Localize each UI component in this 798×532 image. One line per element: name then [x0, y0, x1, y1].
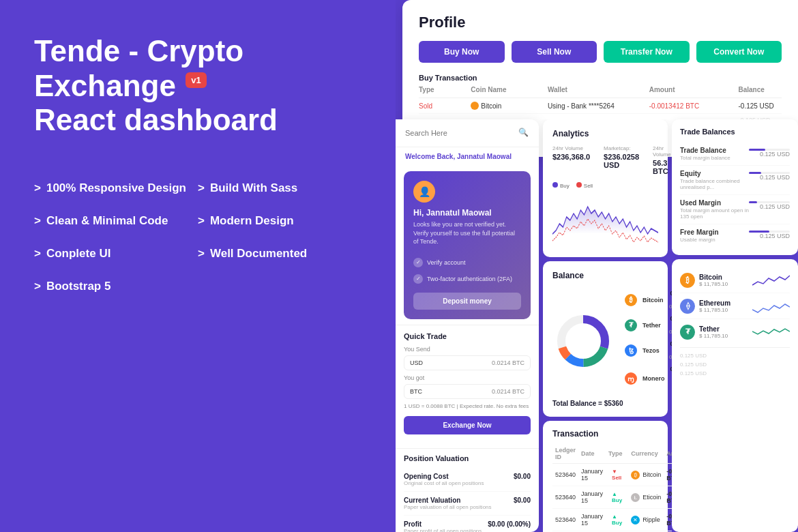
you-get-label: You got	[404, 374, 531, 381]
search-bar: 🔍	[396, 119, 539, 147]
tether-trade-icon: ₮	[680, 325, 695, 340]
transaction-title: Transaction	[552, 429, 658, 439]
tether-coin-icon: ₮	[625, 319, 637, 331]
profit-sublabel: Paper profit of all open positions	[404, 528, 482, 532]
avatar: 👤	[413, 181, 435, 203]
coin-name-xmr: Monero	[642, 375, 665, 382]
middle-content: Analytics 24hr Volume $236,368.0 Marketc…	[539, 119, 672, 532]
current-valuation-row: Current Valuation Paper valuation of all…	[404, 492, 531, 516]
td-currency: ₿Bitcoin	[628, 464, 664, 486]
th-ledger-id: Ledger ID	[552, 444, 578, 464]
trade-balances-title: Trade Balances	[680, 128, 790, 136]
tb-label-used-margin: Used Margin	[680, 199, 749, 207]
analytics-header: Analytics	[552, 129, 658, 138]
send-currency: USD	[410, 359, 492, 366]
total-balance: Total Balance = $5360	[552, 400, 658, 407]
feature-responsive: > 100% Responsive Design	[34, 172, 198, 205]
quick-trade-title: Quick Trade	[404, 332, 531, 340]
coin-name-xtz: Tezos	[642, 347, 660, 354]
buy-legend-dot	[552, 182, 558, 188]
profit-label: Profit	[404, 520, 482, 528]
user-name: Hi, Jannatul Maowal	[413, 208, 521, 218]
tb-val-free-margin: 0.125 USD	[749, 228, 790, 243]
stat-label-1: Marketcap:	[604, 145, 639, 151]
current-valuation-label: Current Valuation	[404, 497, 492, 504]
balance-list: ₿ Bitcoin 0.000242 BTC 0.125 USD ₮ Tethe…	[625, 287, 672, 394]
tx-type: Sold	[419, 102, 443, 110]
list-item: ꜩ Tezos 0.000242 XTZ 0.125 USD	[625, 338, 672, 363]
profile-title: Profile	[419, 14, 782, 31]
transaction-table: Ledger ID Date Type Currency Amount Fee …	[552, 444, 672, 532]
arrow-icon-4: >	[198, 214, 205, 228]
opening-cost-label: Opening Cost	[404, 473, 484, 480]
main-title: Tende - Crypto Exchange v1 React dashboa…	[34, 34, 361, 138]
col-wallet: Wallet	[548, 86, 622, 93]
sidebar: 🔍 Welcome Back, Jannatul Maowal 👤 Hi, Ja…	[396, 119, 539, 532]
eth-trade-info: Ethereum $ 11,785.10	[699, 299, 748, 313]
tb-row-free-margin: Free Margin Usable margin 0.125 USD	[680, 224, 790, 247]
you-send-input[interactable]: USD 0.0214 BTC	[404, 355, 531, 370]
balance-content: ₿ Bitcoin 0.000242 BTC 0.125 USD ₮ Tethe…	[552, 287, 658, 394]
welcome-text: Welcome Back, Jannatul Maowal	[396, 147, 539, 166]
eth-trade-price: $ 11,785.10	[699, 307, 748, 313]
check-icon-2: ✓	[413, 274, 423, 284]
extra-balance-rows: 0.125 USD 0.125 USD 0.125 USD	[680, 347, 790, 381]
arrow-icon-6: >	[198, 247, 205, 261]
arrow-icon: >	[34, 181, 41, 195]
xmr-coin-icon: ɱ	[625, 372, 637, 385]
td-type: ▼ Sell	[606, 464, 628, 486]
convert-now-button[interactable]: Convert Now	[696, 41, 782, 63]
tb-val-equity: 0.125 USD	[749, 170, 790, 190]
tx-coin: Bitcoin	[471, 102, 520, 110]
deposit-button[interactable]: Deposit money	[413, 293, 521, 310]
sell-now-button[interactable]: Sell Now	[512, 41, 597, 63]
tether-trade-info: Tether $ 11,785.10	[699, 325, 748, 339]
td-amount: -0.000242 BTC	[664, 486, 672, 509]
col-type: Type	[419, 86, 443, 93]
table-header-row: Ledger ID Date Type Currency Amount Fee …	[552, 444, 672, 464]
arrow-icon-3: >	[34, 214, 41, 228]
stat-marketcap: Marketcap: $236.0258 USD	[604, 145, 639, 175]
analytics-chart	[552, 193, 658, 248]
th-amount: Amount	[664, 444, 672, 464]
analytics-stats: 24hr Volume $236,368.0 Marketcap: $236.0…	[552, 145, 658, 175]
tb-sublabel-used-margin: Total margin amount open in 135 open	[680, 207, 749, 220]
feature-well-documented: > Well Documented	[198, 237, 361, 270]
tx-wallet: Using - Bank ****5264	[548, 102, 622, 110]
dashboard-area: 🔍 Welcome Back, Jannatul Maowal 👤 Hi, Ja…	[396, 119, 798, 532]
exchange-now-button[interactable]: Exchange Now	[404, 416, 531, 434]
tether-trade-price: $ 11,785.10	[699, 333, 748, 339]
tb-val-used-margin: 0.125 USD	[749, 199, 790, 220]
col-coin: Coin Name	[471, 86, 520, 93]
balance-card: Balance ₿	[543, 261, 668, 417]
td-date: January 15	[578, 486, 606, 509]
profit-row: Profit Paper profit of all open position…	[404, 516, 531, 532]
eth-trade-name: Ethereum	[699, 299, 748, 307]
check-icon: ✓	[413, 258, 423, 267]
you-send-label: You Send	[404, 346, 531, 353]
th-type: Type	[606, 444, 628, 464]
eth-trade-icon: ⟠	[680, 299, 695, 314]
tb-row-trade-balance: Trade Balance Total margin balance 0.125…	[680, 143, 790, 166]
line-chart-svg	[552, 193, 658, 248]
btc-trade-name: Bitcoin	[699, 274, 748, 281]
search-input[interactable]	[405, 129, 514, 137]
td-currency: ŁEticoin	[628, 486, 664, 509]
list-item: ɱ Monero 0.000242 XMR 0.125 USD	[625, 363, 672, 394]
buy-now-button[interactable]: Buy Now	[419, 41, 505, 63]
trade-crypto-item-tether: ₮ Tether $ 11,785.10	[680, 319, 790, 344]
transfer-now-button[interactable]: Transfer Now	[604, 41, 690, 63]
td-currency: ✕Ripple	[628, 509, 664, 531]
xtz-coin-icon: ꜩ	[625, 344, 637, 357]
you-get-input[interactable]: BTC 0.0214 BTC	[404, 384, 531, 399]
opening-cost-row: Opening Cost Original cost of all open p…	[404, 468, 531, 492]
features-grid: > 100% Responsive Design > Build With Sa…	[34, 172, 361, 303]
feature-bootstrap: > Bootstrap 5	[34, 270, 198, 303]
profit-value: $0.00 (0.00%)	[488, 520, 531, 528]
table-row: Sold Bitcoin Using - Bank ****5264 -0.00…	[419, 98, 782, 114]
td-date: January 15	[578, 509, 606, 531]
feature-build-sass: > Build With Sass	[198, 172, 361, 205]
tether-sparkline	[752, 323, 790, 340]
td-ledger-id: 523640	[552, 509, 578, 531]
transaction-section: Buy Transaction Type Coin Name Wallet Am…	[419, 74, 782, 126]
